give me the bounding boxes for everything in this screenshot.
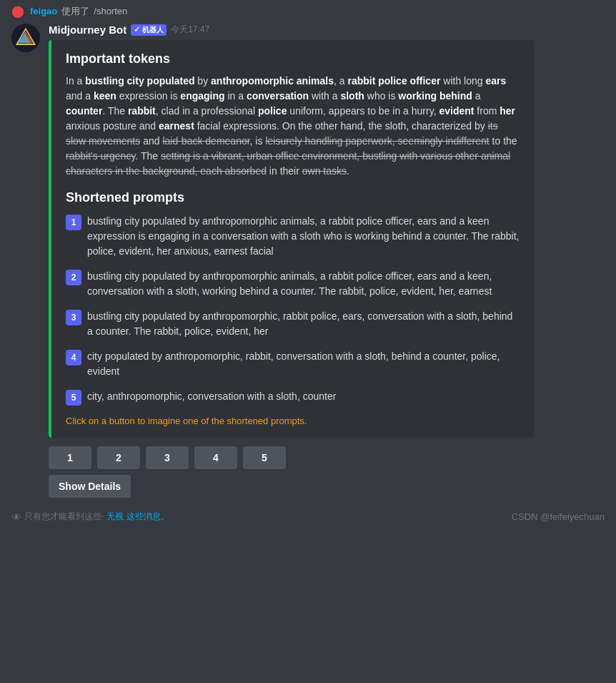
badge-label: 机器人 (142, 25, 164, 35)
prompt-text-5: city, anthropomorphic, conversation with… (87, 389, 336, 404)
bold-evident: evident (439, 105, 474, 117)
bold-conversation: conversation (247, 90, 309, 102)
prompt-item-2: 2 bustling city populated by anthropomor… (66, 269, 520, 299)
prompt-text-3: bustling city populated by anthropomorph… (87, 309, 520, 339)
message-header: Midjourney Bot ✓ 机器人 今天17:47 (49, 24, 605, 36)
bold-bustling: bustling city populated (85, 75, 194, 87)
click-hint: Click on a button to imagine one of the … (66, 416, 520, 426)
bold-police: police (258, 105, 287, 117)
command-bar: ⬤ feigao 使用了 /shorten (0, 0, 616, 21)
strike-own: own tasks (302, 165, 347, 177)
bot-badge: ✓ 机器人 (131, 24, 167, 36)
bold-earnest: earnest (159, 120, 194, 132)
bold-engaging: engaging (180, 90, 224, 102)
important-tokens-title: Important tokens (66, 51, 520, 67)
message-container: Midjourney Bot ✓ 机器人 今天17:47 Important t… (0, 21, 616, 498)
prompt-text-2: bustling city populated by anthropomorph… (87, 269, 520, 299)
prompt-item-3: 3 bustling city populated by anthropomor… (66, 309, 520, 339)
privacy-static-text: 只有您才能看到这些· (24, 511, 104, 523)
strike-urgency: rabbit's urgency (66, 150, 135, 162)
show-details-button[interactable]: Show Details (49, 475, 131, 498)
prompt-item-4: 4 city populated by anthropomorphic, rab… (66, 349, 520, 379)
prompt-number-5: 5 (66, 390, 81, 406)
prompt-text-4: city populated by anthropomorphic, rabbi… (87, 349, 520, 379)
timestamp: 今天17:47 (171, 24, 209, 36)
prompt-item-1: 1 bustling city populated by anthropomor… (66, 214, 520, 259)
embed-card: Important tokens In a bustling city popu… (49, 40, 535, 438)
avatar (11, 24, 40, 52)
prompt-text-1: bustling city populated by anthropomorph… (87, 214, 520, 259)
prompt-button-4[interactable]: 4 (194, 446, 237, 469)
watermark: CSDN @feifeiyechuan (512, 511, 605, 522)
prompt-number-1: 1 (66, 215, 81, 230)
bold-sloth: sloth (340, 90, 364, 102)
shortened-prompts-title: Shortened prompts (66, 190, 520, 205)
prompt-number-2: 2 (66, 270, 81, 285)
prompt-button-5[interactable]: 5 (243, 446, 286, 469)
bold-keen: keen (94, 90, 116, 102)
main-description: In a bustling city populated by anthropo… (66, 74, 520, 179)
privacy-link[interactable]: 无视 这些消息。 (106, 511, 169, 523)
prompt-number-3: 3 (66, 310, 81, 325)
bold-her: her (500, 105, 515, 117)
strike-laidback: laid-back demeanor (162, 135, 249, 147)
prompt-button-1[interactable]: 1 (49, 446, 91, 469)
strike-leisurely: leisurely handling paperwork, seemingly … (265, 135, 489, 147)
discord-icon: ⬤ (11, 4, 24, 18)
prompt-number-4: 4 (66, 350, 81, 365)
prompt-button-2[interactable]: 2 (97, 446, 140, 469)
bold-ears: ears (485, 75, 506, 87)
privacy-notice: 👁 只有您才能看到这些· 无视 这些消息。 (11, 511, 169, 523)
bold-working: working behind (398, 90, 472, 102)
eye-icon: 👁 (11, 511, 21, 523)
command-text: /shorten (94, 6, 127, 16)
username: feigao (30, 6, 57, 16)
bold-rabbit: rabbit police officer (347, 75, 440, 87)
prompt-item-5: 5 city, anthropomorphic, conversation wi… (66, 389, 520, 406)
bold-rabbit2: rabbit (128, 105, 156, 117)
bold-animals: anthropomorphic animals (211, 75, 334, 87)
prompt-button-3[interactable]: 3 (146, 446, 189, 469)
badge-checkmark: ✓ (134, 25, 140, 34)
prompt-buttons-row: 1 2 3 4 5 (49, 446, 605, 469)
message-body: Midjourney Bot ✓ 机器人 今天17:47 Important t… (49, 24, 605, 498)
footer: 👁 只有您才能看到这些· 无视 这些消息。 CSDN @feifeiyechua… (0, 503, 616, 530)
bold-counter: counter (66, 105, 102, 117)
bot-name: Midjourney Bot (49, 24, 126, 36)
action-text: 使用了 (61, 5, 89, 18)
show-details-container: Show Details (49, 469, 605, 498)
